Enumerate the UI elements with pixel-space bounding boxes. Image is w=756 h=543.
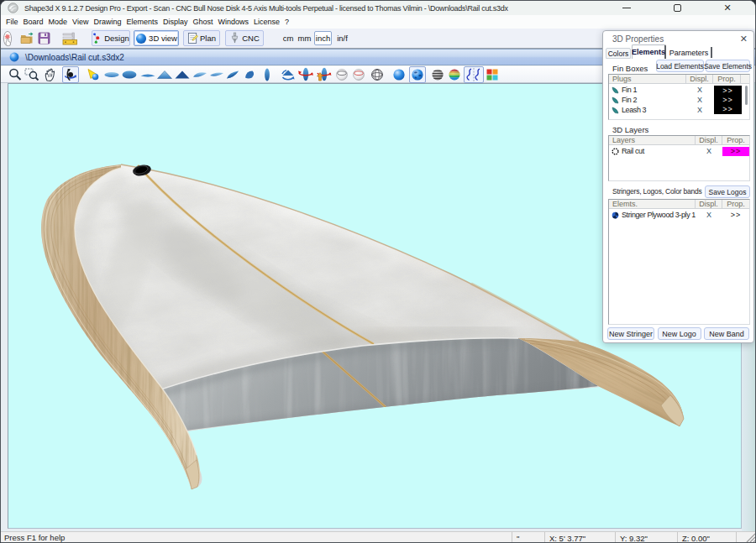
minimize-button[interactable] bbox=[601, 1, 652, 15]
fin-row-3-displayed[interactable]: X bbox=[686, 106, 713, 114]
view-tail[interactable] bbox=[259, 66, 276, 83]
fin-row-2-prop[interactable]: >> bbox=[722, 96, 733, 104]
view-front-light[interactable] bbox=[156, 66, 173, 83]
render-blue-tool[interactable] bbox=[391, 66, 407, 83]
cnc-button[interactable]: CNC bbox=[225, 30, 264, 46]
view-front-dark[interactable] bbox=[174, 66, 191, 83]
unit-inch[interactable]: inch bbox=[314, 31, 332, 45]
menu-mode[interactable]: Mode bbox=[47, 18, 71, 26]
menu-view[interactable]: View bbox=[71, 18, 92, 26]
menu-board[interactable]: Board bbox=[22, 18, 47, 26]
view-outline-full[interactable] bbox=[121, 66, 138, 83]
document-sphere-icon bbox=[9, 52, 19, 62]
tab-elements[interactable]: Elements bbox=[632, 44, 666, 59]
menu-file[interactable]: File bbox=[4, 18, 22, 26]
layer-row-displayed[interactable]: X bbox=[696, 147, 722, 155]
panel-close-icon[interactable]: ✕ bbox=[740, 34, 748, 44]
new-logo-button[interactable]: New Logo bbox=[658, 327, 701, 340]
save-elements-button[interactable]: Save Elements bbox=[706, 60, 750, 72]
fin-icon bbox=[612, 86, 619, 94]
menu-windows[interactable]: Windows bbox=[217, 18, 253, 26]
pan-tool[interactable] bbox=[42, 66, 59, 83]
view-perspective-2[interactable] bbox=[208, 66, 225, 83]
stringer-row-prop[interactable]: >> bbox=[722, 211, 749, 219]
unit-inf[interactable]: in/f bbox=[334, 31, 350, 45]
column-plugs[interactable]: Plugs bbox=[609, 75, 686, 83]
fin-boxes-table: Plugs Displ. Prop. Fin 1 X Fin 2 X bbox=[608, 74, 750, 120]
layer-row-railcut[interactable]: Rail cut X >> bbox=[609, 146, 749, 156]
stringer-row[interactable]: Stringer Plywood 3-ply 1 X >> bbox=[609, 210, 749, 220]
maximize-button[interactable] bbox=[652, 1, 702, 15]
menu-drawing[interactable]: Drawing bbox=[92, 18, 124, 26]
light-tool[interactable] bbox=[85, 66, 102, 83]
column-displ[interactable]: Displ. bbox=[686, 75, 713, 83]
fin-boxes-table-header: Plugs Displ. Prop. bbox=[609, 75, 749, 84]
close-button[interactable]: ✕ bbox=[702, 1, 753, 15]
unit-mm[interactable]: mm bbox=[297, 31, 312, 45]
rotate-tool[interactable] bbox=[62, 66, 79, 83]
design-icon bbox=[92, 32, 102, 44]
spin-vertical-tool[interactable] bbox=[315, 66, 332, 83]
board-3q-icon-1 bbox=[192, 67, 208, 82]
units-group: cm mm inch in/f bbox=[281, 31, 350, 45]
new-board-button[interactable] bbox=[1, 30, 18, 47]
zoom-tool[interactable] bbox=[7, 66, 24, 83]
fin-row-3-prop[interactable]: >> bbox=[722, 105, 733, 113]
menu-display[interactable]: Display bbox=[161, 18, 192, 26]
menu-ghost[interactable]: Ghost bbox=[191, 18, 216, 26]
view-outline-flat[interactable] bbox=[103, 66, 120, 83]
render-gray-tool[interactable] bbox=[429, 66, 446, 83]
spin-horizontal-tool[interactable] bbox=[297, 66, 314, 83]
colors-tool[interactable] bbox=[484, 66, 501, 83]
tab-colors[interactable]: Colors bbox=[606, 48, 631, 59]
view-rocker[interactable] bbox=[139, 66, 156, 83]
status-unit-value: " bbox=[517, 534, 519, 543]
save-logos-button[interactable]: Save Logos bbox=[705, 185, 750, 198]
column-elemts[interactable]: Elemts. bbox=[609, 200, 696, 208]
view-perspective-4[interactable] bbox=[242, 66, 259, 83]
zoom-window-tool[interactable] bbox=[24, 66, 40, 83]
stringers-label: Stringers, Logos, Color bands bbox=[612, 187, 702, 196]
column-layers[interactable]: Layers bbox=[609, 136, 696, 144]
layer-row-prop[interactable]: >> bbox=[722, 147, 749, 156]
plan-button[interactable]: Plan bbox=[183, 30, 220, 46]
save-button[interactable] bbox=[35, 30, 52, 47]
render-rainbow-tool[interactable] bbox=[446, 66, 463, 83]
column-displ3[interactable]: Displ. bbox=[696, 200, 722, 208]
view-perspective-1[interactable] bbox=[192, 66, 208, 83]
column-displ2[interactable]: Displ. bbox=[696, 136, 722, 144]
resize-grip[interactable] bbox=[746, 533, 756, 543]
fin-row-1-prop[interactable]: >> bbox=[722, 86, 733, 95]
menu-help[interactable]: ? bbox=[283, 18, 292, 26]
new-band-button[interactable]: New Band bbox=[704, 327, 749, 340]
column-prop2[interactable]: Prop. bbox=[722, 136, 749, 144]
status-help-text: Press F1 for help bbox=[4, 533, 65, 542]
menu-license[interactable]: License bbox=[252, 18, 283, 26]
fin-row-2-displayed[interactable]: X bbox=[686, 96, 713, 104]
load-elements-button[interactable]: Load Elements bbox=[656, 60, 704, 72]
stringer-row-displayed[interactable]: X bbox=[696, 211, 722, 219]
document-tab-title[interactable]: \Downloads\Rail cut.s3dx2 bbox=[25, 53, 124, 62]
render-white-tool[interactable] bbox=[333, 66, 350, 83]
menu-elements[interactable]: Elements bbox=[124, 18, 161, 26]
render-wireframe-tool[interactable] bbox=[369, 66, 386, 83]
rotate-board-tool[interactable] bbox=[280, 66, 297, 83]
render-texture-tool[interactable] bbox=[409, 66, 426, 83]
new-stringer-button[interactable]: New Stringer bbox=[607, 327, 654, 340]
view-perspective-3[interactable] bbox=[225, 66, 242, 83]
fin-table-scrollbar[interactable] bbox=[745, 86, 748, 105]
fin-boxes-label: Fin Boxes bbox=[612, 64, 648, 73]
color-squares-icon bbox=[486, 68, 499, 81]
tab-parameters[interactable]: Parameters bbox=[669, 47, 709, 59]
column-prop3[interactable]: Prop. bbox=[722, 200, 749, 208]
fin-row-1-displayed[interactable]: X bbox=[686, 86, 713, 94]
view3d-button[interactable]: 3D view bbox=[134, 30, 179, 46]
sphere-striped-icon bbox=[430, 67, 445, 82]
export-machine-button[interactable] bbox=[61, 30, 78, 47]
open-button[interactable] bbox=[18, 30, 35, 47]
column-prop[interactable]: Prop. bbox=[713, 75, 741, 83]
design-button[interactable]: Design bbox=[92, 30, 130, 46]
show-curves-tool[interactable] bbox=[464, 66, 484, 83]
unit-cm[interactable]: cm bbox=[281, 31, 295, 45]
render-white-red-tool[interactable] bbox=[350, 66, 367, 83]
